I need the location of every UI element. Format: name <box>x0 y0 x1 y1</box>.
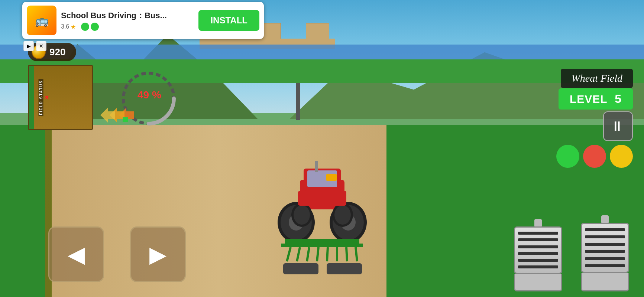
pedal-strip <box>518 232 558 235</box>
water-strip <box>0 45 644 59</box>
right-arrow-icon: ▶ <box>149 241 166 267</box>
pedal-strip <box>585 257 625 260</box>
game-background: FIELD STATUS ✖ 49 % 920 Wheat Field <box>0 0 644 297</box>
ad-close-button[interactable]: ✕ <box>36 41 46 51</box>
svg-line-20 <box>317 247 318 261</box>
green-road <box>0 59 644 83</box>
coin-count: 920 <box>49 46 65 58</box>
svg-line-17 <box>287 247 291 261</box>
ad-text: School Bus Driving：Bus... 3.6 ★ <box>61 10 194 31</box>
svg-line-19 <box>307 247 309 261</box>
ad-rating: 3.6 ★ <box>61 23 194 31</box>
ad-info-button[interactable]: ▶ <box>23 41 34 51</box>
svg-line-18 <box>297 247 300 261</box>
pedal-strip <box>585 243 625 246</box>
svg-rect-16 <box>281 244 363 247</box>
tractor <box>266 150 378 291</box>
ad-thumbnail: 🚌 <box>27 6 56 35</box>
pedal-strip <box>585 235 625 238</box>
level-label: LEVEL <box>570 93 608 105</box>
ad-dot-1 <box>81 23 89 31</box>
red-button[interactable] <box>583 145 606 168</box>
steer-right-button[interactable]: ▶ <box>130 226 186 282</box>
tractor-svg <box>266 150 378 291</box>
pedal-strip <box>585 264 625 267</box>
svg-rect-15 <box>285 239 359 244</box>
svg-rect-27 <box>326 174 337 181</box>
svg-rect-25 <box>283 263 318 274</box>
green-button[interactable] <box>556 145 579 168</box>
pedal-base-brake <box>514 274 562 292</box>
level-number: 5 <box>615 92 622 106</box>
arrows-svg <box>89 104 134 126</box>
ad-dot-2 <box>91 23 99 31</box>
progress-percent: 49 % <box>137 89 161 101</box>
pedal-strip <box>585 250 625 253</box>
minimap-green-left <box>29 66 34 129</box>
pedal-connector-brake <box>534 219 542 227</box>
svg-point-13 <box>334 205 351 225</box>
ad-install-button[interactable]: INSTALL <box>198 10 259 31</box>
level-display: LEVEL 5 <box>559 88 633 110</box>
svg-rect-3 <box>315 161 318 172</box>
ad-rating-dots <box>81 23 99 31</box>
pedal-body-brake <box>514 226 562 274</box>
green-strip-left <box>0 125 52 297</box>
minimap-label: FIELD STATUS <box>39 79 43 116</box>
pedal-base-accel <box>581 273 629 291</box>
pedal-body-accel <box>581 223 629 273</box>
sign-post <box>296 83 300 120</box>
left-arrow-icon: ◀ <box>68 241 85 267</box>
pedal-strip <box>518 265 558 268</box>
pedal-strip <box>518 245 558 248</box>
accelerator-pedal[interactable] <box>581 223 629 290</box>
ad-banner: 🚌 School Bus Driving：Bus... 3.6 ★ INSTAL… <box>22 2 264 39</box>
pause-icon: ⏸ <box>611 118 625 134</box>
pedal-strip <box>518 252 558 255</box>
ad-star-icon: ★ <box>71 23 76 30</box>
svg-line-23 <box>346 247 347 261</box>
color-buttons <box>556 145 633 168</box>
pedal-strip <box>518 238 558 241</box>
minimap-player: ✖ <box>45 94 49 99</box>
svg-rect-14 <box>298 191 346 206</box>
pedal-strip <box>518 259 558 262</box>
yellow-button[interactable] <box>610 145 633 168</box>
steer-left-button[interactable]: ◀ <box>48 226 104 282</box>
direction-arrows <box>89 104 134 128</box>
brake-pedal[interactable] <box>514 226 562 290</box>
svg-line-21 <box>327 247 328 261</box>
pedal-connector-accel <box>601 215 609 223</box>
pause-button[interactable]: ⏸ <box>603 111 633 141</box>
ad-rating-value: 3.6 <box>61 23 69 30</box>
svg-rect-26 <box>327 263 362 274</box>
ad-attribution: ▶ ✕ <box>23 41 46 51</box>
ad-title: School Bus Driving：Bus... <box>61 10 194 21</box>
svg-line-24 <box>356 247 357 261</box>
wheat-field-label: Wheat Field <box>561 69 633 88</box>
minimap-field: FIELD STATUS ✖ <box>29 66 92 129</box>
minimap: FIELD STATUS ✖ <box>28 65 93 130</box>
svg-rect-33 <box>123 117 128 122</box>
pedal-strip <box>585 228 625 231</box>
svg-marker-32 <box>100 108 115 123</box>
svg-point-11 <box>294 205 310 225</box>
